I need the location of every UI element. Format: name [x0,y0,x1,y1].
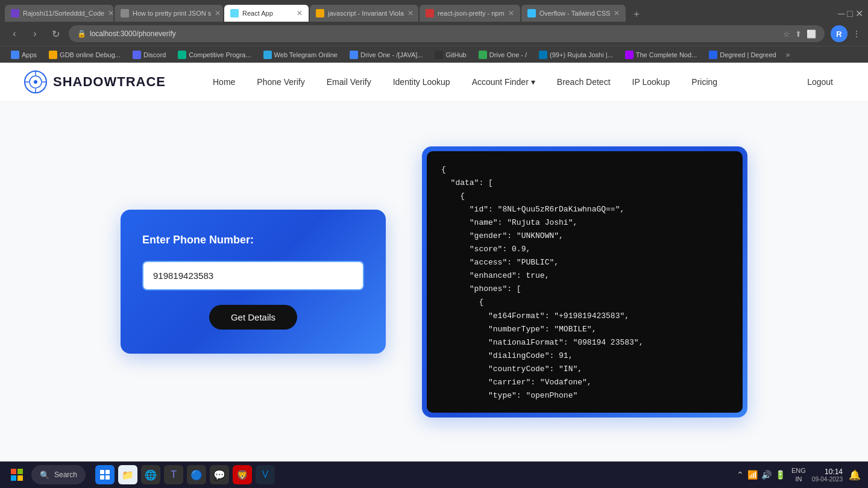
bookmark-node-favicon [625,51,634,59]
tab-1-title: Rajoshi11/Sortedddd_Code [23,10,104,17]
taskbar-teams-icon[interactable]: T [164,465,183,484]
bookmark-driveone2[interactable]: Drive One - / [474,49,532,60]
tab-6-title: Overflow - Tailwind CSS [539,10,611,17]
back-button[interactable]: ‹ [7,28,22,39]
tab-6[interactable]: Overflow - Tailwind CSS ✕ [521,5,626,22]
taskbar-brave-icon[interactable]: 🦁 [233,465,252,484]
tab-2[interactable]: How to pretty print JSON s ✕ [115,5,223,22]
phone-form-card: Enter Phone Number: Get Details [121,210,386,354]
get-details-button[interactable]: Get Details [209,305,297,330]
svg-rect-10 [17,475,23,481]
tab-1[interactable]: Rajoshi11/Sortedddd_Code ✕ [5,5,113,22]
bookmark-degreed-label: Degreed | Degreed [720,51,776,58]
taskbar-explorer-icon[interactable] [95,465,115,484]
json-result-panel[interactable]: { "data": [ { "id": "8NL+Quu5zR6rDaKiwhn… [427,151,743,413]
nav-logout[interactable]: Logout [796,63,844,102]
bookmark-linkedin[interactable]: (99+) Rujuta Joshi |... [534,49,618,60]
taskbar-search-icon: 🔍 [40,471,49,480]
volume-icon[interactable]: 🔊 [761,470,772,480]
taskbar-vscode-icon[interactable]: V [256,465,275,484]
bookmark-competitive-label: Competitive Progra... [189,51,251,58]
profile-icon[interactable]: R [831,25,848,42]
nav-links: Home Phone Verify Email Verify Identity … [202,63,844,102]
nav-account-finder-label: Account Finder [472,77,529,87]
bookmark-node-label: The Complete Nod... [636,51,697,58]
bookmark-github-favicon [435,51,443,59]
tab-4-close[interactable]: ✕ [407,9,414,17]
bookmark-competitive[interactable]: Competitive Progra... [173,49,256,60]
bookmark-competitive-favicon [178,51,186,59]
bookmark-node[interactable]: The Complete Nod... [620,49,702,60]
tab-bar: Rajoshi11/Sortedddd_Code ✕ How to pretty… [0,0,868,22]
address-bar-row: ‹ › ↻ 🔒 localhost:3000/phoneverify ☆ ⬆ ⬜… [0,22,868,46]
bookmark-gdb[interactable]: GDB online Debug... [44,49,125,60]
taskbar-search-box[interactable]: 🔍 Search [31,465,86,484]
svg-rect-14 [105,475,110,480]
taskbar-files-icon[interactable]: 📁 [118,465,137,484]
network-icon[interactable]: 📶 [747,470,758,480]
bookmarks-overflow[interactable]: » [786,51,790,59]
close-btn[interactable]: ✕ [855,8,863,19]
bookmark-gdb-favicon [49,51,57,59]
minimize-btn[interactable]: ─ [838,8,844,19]
nav-pricing[interactable]: Pricing [681,63,728,102]
tab-1-close[interactable]: ✕ [108,9,113,17]
up-arrow-icon[interactable]: ⌃ [737,470,744,480]
tab-6-close[interactable]: ✕ [614,9,620,17]
svg-rect-7 [11,469,16,474]
nav-email-verify[interactable]: Email Verify [316,63,382,102]
language-region: IN [791,475,806,483]
bookmark-telegram[interactable]: Web Telegram Online [259,49,342,60]
bookmark-star-icon[interactable]: ☆ [783,30,790,39]
notification-icon[interactable]: 🔔 [849,469,861,481]
maximize-btn[interactable]: □ [847,8,853,19]
tab-4-title: javascript - Invariant Viola [328,10,404,17]
battery-icon[interactable]: 🔋 [775,470,785,480]
taskbar-edge-icon[interactable]: 🌐 [141,465,160,484]
share-icon[interactable]: ⬆ [795,30,802,39]
reload-button[interactable]: ↻ [48,28,63,40]
svg-rect-9 [11,475,16,481]
bookmark-github[interactable]: GitHub [430,49,471,60]
nav-ip-lookup[interactable]: IP Lookup [621,63,681,102]
taskbar-search-text: Search [54,471,77,479]
taskbar: 🔍 Search 📁 🌐 T 🔵 💬 🦁 [0,461,868,488]
bookmark-degreed[interactable]: Degreed | Degreed [704,49,781,60]
forward-button[interactable]: › [28,28,42,39]
bookmark-driveone1-label: Drive One - /[JAVA]... [360,51,423,58]
address-text: localhost:3000/phoneverify [90,30,176,38]
nav-account-finder[interactable]: Account Finder ▾ [461,63,546,102]
menu-icon[interactable]: ⋮ [852,29,861,39]
tab-6-favicon [527,9,536,17]
clock[interactable]: 10:14 09-04-2023 [812,468,843,483]
clock-date: 09-04-2023 [812,476,843,483]
bookmark-github-label: GitHub [445,51,466,58]
new-tab-button[interactable]: ＋ [627,8,646,20]
extensions-icon[interactable]: ⬜ [807,30,816,39]
logo-area: SHADOWTRACE [24,70,166,93]
bookmark-gdb-label: GDB online Debug... [60,51,121,58]
tab-3-close[interactable]: ✕ [297,9,303,17]
tab-5-close[interactable]: ✕ [508,9,514,17]
bookmark-apps-label: Apps [22,51,37,58]
bookmark-apps[interactable]: Apps [6,49,42,60]
language-code: ENG [791,466,806,475]
tab-3[interactable]: React App ✕ [224,5,309,22]
tab-4[interactable]: javascript - Invariant Viola ✕ [310,5,418,22]
bookmark-driveone1[interactable]: Drive One - /[JAVA]... [345,49,428,60]
tab-2-close[interactable]: ✕ [215,9,221,17]
nav-identity-lookup[interactable]: Identity Lookup [382,63,461,102]
bookmark-telegram-favicon [263,51,272,59]
taskbar-whatsapp-icon[interactable]: 💬 [210,465,229,484]
svg-rect-13 [100,475,104,480]
phone-number-input[interactable] [142,261,364,290]
nav-home[interactable]: Home [202,63,246,102]
address-bar[interactable]: 🔒 localhost:3000/phoneverify ☆ ⬆ ⬜ [69,25,825,42]
tab-5[interactable]: react-json-pretty - npm ✕ [420,5,520,22]
start-button[interactable] [7,465,27,484]
bookmark-discord[interactable]: Discord [128,49,171,60]
taskbar-edge2-icon[interactable]: 🔵 [187,465,206,484]
nav-phone-verify[interactable]: Phone Verify [246,63,315,102]
nav-breach-detect[interactable]: Breach Detect [546,63,621,102]
main-content: Enter Phone Number: Get Details { "data"… [0,102,868,461]
